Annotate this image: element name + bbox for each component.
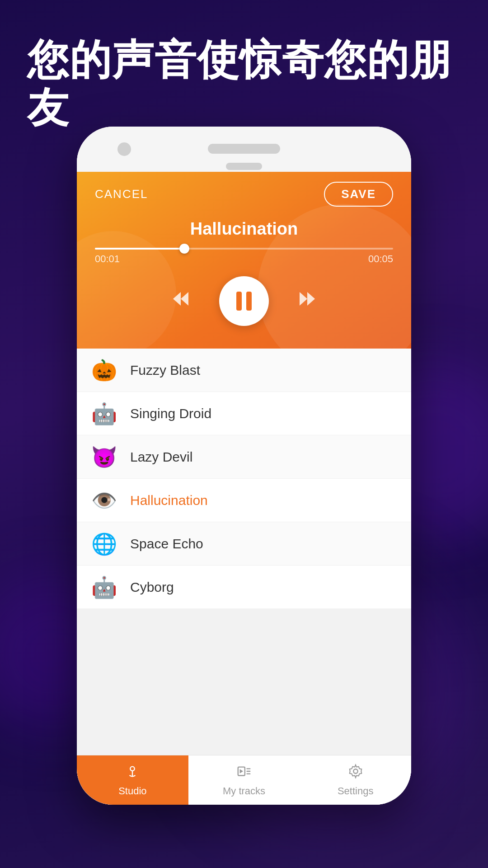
svg-marker-1: [181, 292, 188, 306]
track-name: Lazy Devil: [130, 449, 192, 465]
svg-point-4: [131, 766, 135, 770]
app-screen: CANCEL SAVE Hallucination 00:01 00:05: [77, 172, 411, 805]
cancel-button[interactable]: CANCEL: [95, 187, 148, 201]
progress-track: [95, 248, 393, 250]
track-item[interactable]: 🎃Fuzzy Blast: [77, 349, 411, 392]
nav-item-studio[interactable]: Studio: [77, 755, 188, 805]
phone-top-bar: [77, 127, 411, 172]
play-pause-button[interactable]: [219, 276, 269, 326]
track-emoji: 🌐: [90, 530, 117, 557]
current-time: 00:01: [95, 253, 120, 265]
nav-label-studio: Studio: [118, 785, 146, 797]
progress-fill: [95, 248, 184, 250]
nav-label-settings: Settings: [338, 785, 374, 797]
track-item[interactable]: 🤖Singing Droid: [77, 392, 411, 435]
save-button[interactable]: SAVE: [324, 182, 393, 207]
nav-item-settings[interactable]: Settings: [300, 755, 411, 805]
track-emoji: 😈: [90, 443, 117, 471]
pause-bar-right: [246, 292, 252, 311]
settings-icon: [348, 764, 363, 783]
phone-mockup: CANCEL SAVE Hallucination 00:01 00:05: [77, 127, 411, 805]
track-item[interactable]: 🤖Cyborg: [77, 566, 411, 609]
nav-item-my-tracks[interactable]: My tracks: [188, 755, 300, 805]
my-tracks-icon: [236, 764, 252, 783]
phone-camera: [117, 142, 131, 156]
track-item[interactable]: 😈Lazy Devil: [77, 435, 411, 479]
player-top-bar: CANCEL SAVE: [95, 172, 393, 215]
pause-icon: [236, 292, 252, 311]
track-emoji: 🤖: [90, 574, 117, 601]
track-name: Singing Droid: [130, 406, 211, 421]
track-item[interactable]: 👁️Hallucination: [77, 479, 411, 522]
tracks-list: 🎃Fuzzy Blast🤖Singing Droid😈Lazy Devil👁️H…: [77, 349, 411, 609]
nav-label-my-tracks: My tracks: [223, 785, 265, 797]
track-emoji: 🎃: [90, 357, 117, 384]
total-time: 00:05: [368, 253, 393, 265]
svg-point-11: [353, 769, 357, 773]
bottom-navigation: StudioMy tracksSettings: [77, 755, 411, 805]
svg-marker-3: [307, 292, 315, 306]
phone-home-button: [226, 163, 262, 170]
player-card: CANCEL SAVE Hallucination 00:01 00:05: [77, 172, 411, 349]
svg-marker-10: [240, 769, 244, 773]
fastforward-button[interactable]: [296, 288, 319, 315]
pause-bar-left: [236, 292, 242, 311]
player-controls: [95, 276, 393, 330]
track-name: Hallucination: [130, 493, 208, 508]
track-name: Space Echo: [130, 536, 203, 552]
track-name: Cyborg: [130, 580, 174, 595]
track-emoji: 👁️: [90, 487, 117, 514]
svg-marker-2: [300, 292, 307, 306]
track-emoji: 🤖: [90, 400, 117, 427]
progress-bar-container[interactable]: 00:01 00:05: [95, 248, 393, 265]
track-item[interactable]: 🌐Space Echo: [77, 522, 411, 566]
progress-times: 00:01 00:05: [95, 253, 393, 265]
phone-speaker: [208, 144, 280, 154]
rewind-button[interactable]: [169, 288, 192, 315]
progress-thumb[interactable]: [179, 244, 189, 254]
track-name: Fuzzy Blast: [130, 363, 200, 378]
hero-title: 您的声音使惊奇您的朋友: [27, 36, 461, 132]
svg-marker-0: [173, 292, 181, 306]
player-track-title: Hallucination: [95, 219, 393, 239]
studio-icon: [125, 764, 140, 783]
